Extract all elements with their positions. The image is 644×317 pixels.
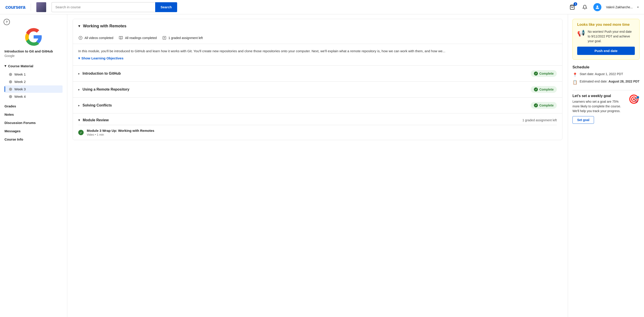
nav-right: 1 Valerii Zakharche... ▾ (568, 3, 638, 11)
right-panel: Looks like you need more time 📢 No worri… (568, 14, 644, 317)
show-objectives-chevron (78, 56, 80, 61)
megaphone-icon: 📢 (577, 29, 585, 37)
course-material-toggle[interactable]: Course Material (4, 62, 62, 70)
start-date-text: Start date: August 1, 2022 PDT (580, 72, 623, 76)
svg-marker-3 (80, 37, 82, 38)
time-card-title: Looks like you need more time (577, 23, 635, 27)
videos-status-text: All videos completed (84, 36, 113, 40)
cart-badge: 1 (574, 2, 577, 6)
videos-status-icon (78, 36, 83, 40)
review-chevron-icon (78, 118, 80, 122)
help-button[interactable]: ? (4, 19, 10, 25)
search-input[interactable] (52, 2, 155, 12)
sidebar-item-notes[interactable]: Notes (0, 110, 67, 118)
section-using-remote-repo[interactable]: Using a Remote Repository ✓ Complete (73, 82, 562, 97)
module-status-bar: All videos completed All readings comple… (73, 33, 562, 44)
readings-status: All readings completed (118, 36, 157, 40)
complete-badge-2: ✓ Complete (531, 102, 557, 109)
week2-dot (9, 80, 12, 84)
graded-status-text: 1 graded assignment left (168, 36, 203, 40)
review-check-icon: ✓ (78, 130, 84, 135)
goal-section: Let's set a weekly goal Learners who set… (572, 94, 640, 124)
calendar-icon: 📋 (572, 80, 578, 85)
location-icon: 📍 (572, 72, 578, 77)
sidebar-item-week4[interactable]: Week 4 (4, 93, 62, 100)
week1-dot (9, 73, 12, 76)
coursera-logo[interactable]: coursera (6, 4, 25, 10)
section-solving-conflicts[interactable]: Solving Conflicts ✓ Complete (73, 97, 562, 113)
sidebar-item-week1[interactable]: Week 1 (4, 70, 62, 78)
sidebar-item-course-info[interactable]: Course Info (0, 135, 67, 144)
course-material-label: Course Material (8, 64, 34, 68)
main-layout: ? Introduction to Git and GitHub Google … (0, 14, 644, 317)
module-description: In this module, you'll be introduced to … (73, 44, 562, 66)
cart-button[interactable]: 1 (568, 3, 576, 11)
goal-title: Let's set a weekly goal (572, 94, 626, 98)
google-logo (0, 28, 67, 46)
time-card-body: 📢 No worries! Push your end date to 9/11… (577, 29, 635, 44)
time-card: Looks like you need more time 📢 No worri… (572, 19, 640, 60)
week3-dot (9, 88, 12, 91)
section-chevron-icon (78, 72, 80, 75)
course-thumbnail[interactable] (36, 2, 46, 12)
sidebar-item-discussion-forums[interactable]: Discussion Forums (0, 118, 67, 127)
complete-badge-1: ✓ Complete (531, 86, 557, 93)
section-introduction-to-github[interactable]: Introduction to GitHub ✓ Complete (73, 66, 562, 82)
sidebar-item-grades[interactable]: Grades (0, 102, 67, 110)
avatar (593, 3, 602, 11)
user-dropdown-icon[interactable]: ▾ (637, 6, 638, 9)
complete-badge-0: ✓ Complete (531, 70, 557, 77)
push-date-button[interactable]: Push end date (577, 47, 635, 55)
course-provider: Google (0, 54, 67, 58)
show-objectives-btn[interactable]: Show Learning Objectives (78, 56, 557, 61)
search-button[interactable]: Search (155, 2, 177, 12)
section-chevron-icon (78, 104, 80, 107)
end-date-item: 📋 Estimated end date: August 28, 2022 PD… (572, 80, 640, 85)
complete-check-icon: ✓ (534, 103, 538, 108)
schedule-section: Schedule 📍 Start date: August 1, 2022 PD… (572, 65, 640, 85)
search-container: Search (52, 2, 177, 12)
complete-check-icon: ✓ (534, 88, 538, 92)
time-card-text: No worries! Push your end date to 9/11/2… (588, 29, 635, 44)
top-nav: coursera Search 1 Valer (0, 0, 644, 14)
sidebar-item-week3[interactable]: Week 3 (4, 86, 62, 93)
graded-status: 1 graded assignment left (162, 36, 203, 40)
schedule-title: Schedule (572, 65, 640, 70)
start-date-item: 📍 Start date: August 1, 2022 PDT (572, 72, 640, 77)
week4-dot (9, 95, 12, 98)
complete-check-icon: ✓ (534, 72, 538, 76)
readings-status-icon (118, 36, 123, 40)
course-title: Introduction to Git and GitHub (0, 49, 67, 53)
user-name[interactable]: Valerii Zakharche... (606, 6, 633, 9)
section-chevron-icon (78, 88, 80, 91)
week-list: Week 1 Week 2 Week 3 Week 4 (4, 70, 62, 100)
module-header[interactable]: Working with Remotes (73, 19, 562, 33)
module-chevron-icon (78, 24, 80, 28)
course-material-section: Course Material Week 1 Week 2 Week 3 We (0, 62, 67, 100)
notifications-button[interactable] (581, 3, 589, 11)
schedule-divider (572, 90, 640, 90)
main-content: Working with Remotes All videos complete… (67, 14, 568, 317)
readings-status-text: All readings completed (125, 36, 157, 40)
sidebar-item-messages[interactable]: Messages (0, 127, 67, 135)
nav-divider (31, 4, 31, 11)
end-date-text: Estimated end date: August 28, 2022 PDT (580, 80, 640, 83)
module-review-header[interactable]: Module Review 1 graded assignment left (73, 113, 562, 125)
review-item-0[interactable]: ✓ Module 3 Wrap Up: Working with Remotes… (73, 125, 562, 140)
sidebar: ? Introduction to Git and GitHub Google … (0, 14, 67, 317)
videos-status: All videos completed (78, 36, 113, 40)
svg-point-1 (597, 6, 598, 7)
set-goal-button[interactable]: Set goal (572, 116, 594, 124)
sidebar-item-week2[interactable]: Week 2 (4, 78, 62, 86)
module-title: Working with Remotes (83, 24, 126, 28)
goal-description: Learners who set a goal are 75% more lik… (572, 99, 626, 114)
graded-status-icon (162, 36, 166, 40)
module-card: Working with Remotes All videos complete… (73, 19, 562, 140)
chevron-down-icon (4, 64, 6, 68)
target-icon: 🎯 (628, 94, 640, 104)
